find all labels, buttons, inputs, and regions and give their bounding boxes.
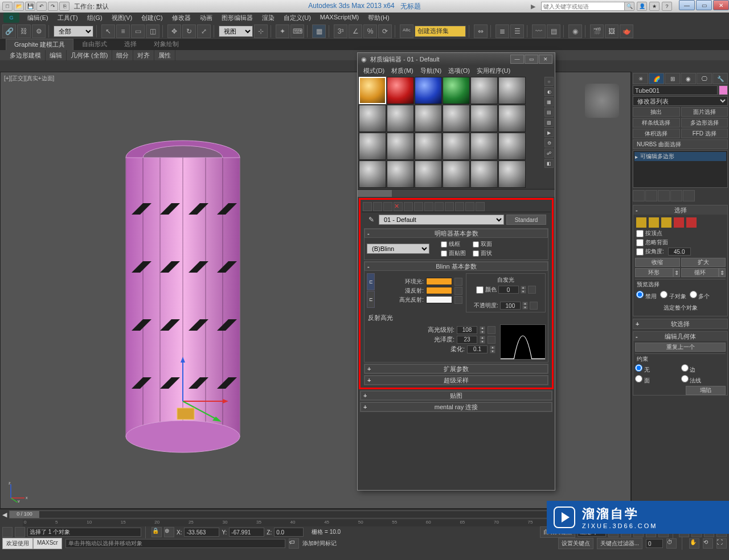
schematic-icon[interactable]: ▤ [547,24,560,38]
modifier-list-combo[interactable]: 修改器列表 [633,96,728,106]
snap-icon[interactable]: ▦ [312,24,326,38]
layers-icon[interactable]: ☰ [510,24,524,38]
bind-icon[interactable]: ⚙ [32,24,46,38]
sub-align[interactable]: 对齐 [133,50,154,61]
spec-level-map-btn[interactable] [488,326,495,334]
material-name-input[interactable]: 01 - Default [379,215,504,225]
remove-mod-icon[interactable] [670,190,682,201]
z-input[interactable] [274,528,304,537]
poly-icon[interactable] [674,217,684,228]
rollout-editgeo-hdr[interactable]: -编辑几何体 [633,332,727,341]
sub-polymodel[interactable]: 多边形建模 [6,50,46,61]
vp-max-icon[interactable]: ⛶ [716,538,727,549]
preview-icon[interactable]: ▶ [544,128,554,137]
mat-slot-6[interactable] [498,77,526,104]
gloss-spinner[interactable]: ▲▼ [480,336,485,344]
mat-slot-7[interactable] [359,105,386,132]
edge-icon[interactable] [649,217,659,228]
mat-map-nav-icon[interactable]: ◧ [544,159,554,168]
signin-icon[interactable]: 👤 [637,2,647,11]
show-end-icon[interactable] [645,190,657,201]
chk-faceted[interactable]: 面状 [473,249,492,257]
opacity-map-btn[interactable] [530,302,538,310]
qat-link-icon[interactable]: ⎘ [59,2,69,11]
cmd-tab-modify-icon[interactable]: 🌈 [649,73,664,84]
keyfilter-btn[interactable]: 关键点过滤器... [597,538,642,549]
mat-min-button[interactable]: — [510,55,524,64]
opacity-input[interactable] [500,302,521,310]
soften-spinner[interactable]: ▲▼ [490,345,495,353]
eyedropper-icon[interactable]: ✎ [366,215,376,225]
chk-byangle[interactable]: 按角度: [635,247,726,256]
c-face[interactable]: 面 [635,375,680,385]
menu-customize[interactable]: 自定义(U) [279,13,316,23]
mat-slot-18[interactable] [498,133,526,160]
border-icon[interactable] [661,217,671,228]
show-in-vp-icon[interactable] [445,202,454,211]
lock-sel-icon[interactable] [2,527,13,537]
rollout-mr-hdr[interactable]: +mental ray 连接 [361,402,552,411]
configure-icon[interactable] [683,190,695,201]
lock-icon[interactable]: 🔒 [151,527,162,537]
shader-type-combo[interactable]: (B)Blinn [367,244,429,254]
material-editor-icon[interactable]: ◉ [568,24,582,38]
btn-repeat[interactable]: 重复上一个 [635,343,726,352]
tab-maxscript[interactable]: MAXScr [33,538,62,549]
iso-sel-icon[interactable] [15,527,25,537]
tab-freeform[interactable]: 自由形式 [73,38,116,50]
binoculars-icon[interactable]: 🔍 [624,2,634,11]
mat-slot-8[interactable] [387,105,414,132]
chevron-right-icon[interactable]: ▶ [531,3,535,10]
get-material-icon[interactable] [363,202,372,211]
background-icon[interactable]: ▦ [544,97,554,106]
mat-slot-19[interactable] [359,160,386,188]
sub-edit[interactable]: 编辑 [46,50,67,61]
favorite-icon[interactable]: ★ [649,2,660,11]
pivot-icon[interactable]: ⊹ [254,24,268,38]
mod-btn-splinesel[interactable]: 样条线选择 [633,118,680,127]
mirror-icon[interactable]: ⇔ [474,24,488,38]
sub-geom[interactable]: 几何体 (全部) [67,50,112,61]
mod-btn-volsel[interactable]: 体积选择 [633,129,680,138]
chk-wireframe[interactable]: 线框 [441,240,466,248]
self-color-chk[interactable] [476,286,484,294]
frame-input[interactable] [646,539,663,548]
view-cube[interactable] [585,84,619,118]
c-none[interactable]: 无 [635,364,680,374]
rotate-icon[interactable]: ↻ [182,24,196,38]
rollout-maps-hdr[interactable]: +贴图 [361,391,552,400]
time-config-icon[interactable]: ⏱ [666,538,677,549]
assign-icon[interactable] [383,202,392,211]
rollout-blinn-hdr[interactable]: -Blinn 基本参数 [364,262,548,271]
sample-type-icon[interactable]: ○ [544,77,554,86]
sub-subdiv[interactable]: 细分 [112,50,133,61]
cmd-tab-motion-icon[interactable]: ◉ [681,73,696,84]
mat-slot-4[interactable] [443,77,470,104]
rollout-softsel-hdr[interactable]: +软选择 [633,319,727,328]
spec-level-spinner[interactable]: ▲▼ [480,326,485,334]
select-rect-icon[interactable]: ▭ [131,24,145,38]
ref-coord-combo[interactable]: 视图 [219,26,253,37]
unlink-icon[interactable]: ⛓ [17,24,31,38]
select-by-mat-icon[interactable]: ☍ [544,149,554,158]
curve-editor-icon[interactable]: 〰 [532,24,546,38]
tab-welcome[interactable]: 欢迎使用 [2,538,33,549]
app-menu-icon[interactable]: G [3,13,19,23]
mat-slot-21[interactable] [415,160,442,188]
x-input[interactable] [184,528,219,537]
y-input[interactable] [229,528,264,537]
chk-facemap[interactable]: 面贴图 [441,249,466,257]
snap3-icon[interactable]: 3³ [334,24,347,38]
render-setup-icon[interactable]: 🎬 [590,24,604,38]
object-name-input[interactable] [633,85,718,95]
named-selection-input[interactable] [415,26,466,37]
mat-menu-mode[interactable]: 模式(D) [360,65,388,76]
workspace-label[interactable]: 工作台: 默认 [74,2,109,11]
put-to-scene-icon[interactable] [373,202,382,211]
anglesnap-icon[interactable]: ∠ [349,24,362,38]
rad-off[interactable]: 禁用 [636,291,657,300]
render-icon[interactable]: 🫖 [620,24,633,38]
menu-edit[interactable]: 编辑(E) [23,13,53,23]
cmd-tab-display-icon[interactable]: 🖵 [697,73,712,84]
abs-rel-icon[interactable]: ⊕ [164,527,174,537]
